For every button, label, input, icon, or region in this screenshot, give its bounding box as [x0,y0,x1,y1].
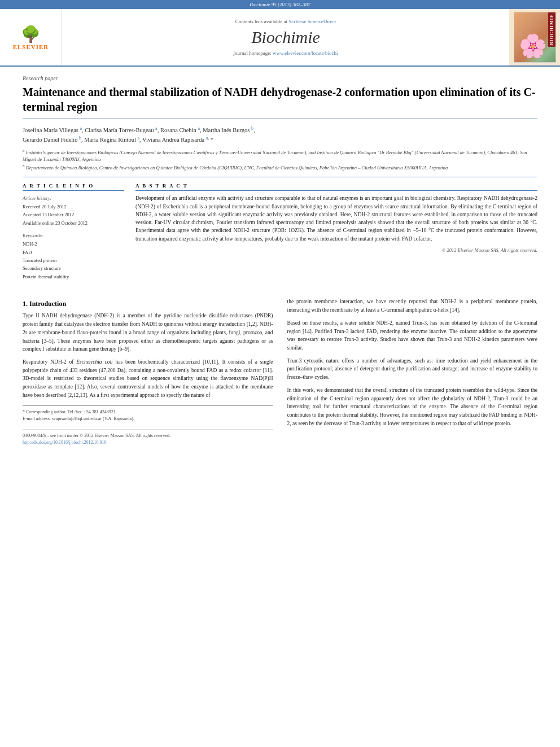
sciverse-text: Contents lists available at [235,19,288,24]
article-info-heading: A R T I C L E I N F O [23,183,124,191]
authors-text-2: Gerardo Daniel Fidelio b, María Regina R… [23,137,213,143]
homepage-link[interactable]: www.elsevier.com/locate/biochi [273,50,338,56]
article-type: Research paper [23,75,537,81]
elsevier-logo-area: 🌳 ELSEVIER [0,9,62,65]
section-label: Introduction [29,300,66,308]
keywords-section: Keywords: NDH-2 FAD Truncated protein Se… [23,233,124,281]
available-date: Available online 23 October 2012 [23,219,124,227]
introduction-title: 1. Introduction [23,300,273,308]
article-title: Maintenance and thermal stabilization of… [23,85,537,119]
intro-paragraph-2: Respiratory NDH-2 of Escherichia coli ha… [23,358,273,400]
article-info-column: A R T I C L E I N F O Article history: R… [23,183,124,281]
homepage-label: journal homepage: [234,50,273,56]
right-paragraph-1: the protein membrane interaction, we hav… [287,298,538,314]
right-paragraph-3: Trun-3 cytosolic nature offers a number … [287,357,538,382]
issn-text: 0300-9084/$ – see front matter © 2012 El… [23,433,273,439]
abstract-text: Development of an artificial enzyme with… [135,194,537,243]
authors: Josefina María Villegas a, Clarisa María… [23,125,537,145]
keyword-1: NDH-2 [23,240,124,248]
copyright: © 2012 Elsevier Masson SAS. All rights r… [135,247,537,253]
article-history: Article history: Received 20 July 2012 A… [23,194,124,227]
footnote-corresponding-text: * Corresponding author. Tel./fax: +54 38… [23,409,117,414]
right-paragraph-2: Based on these results, a water soluble … [287,319,538,352]
keyword-5: Protein thermal stability [23,273,124,281]
page-container: Biochimie 95 (2013) 382–387 🌳 ELSEVIER C… [0,0,560,446]
elsevier-tree-icon: 🌳 [21,25,41,43]
journal-cover-image: BIOCHIMIE 🌸 [514,12,556,63]
journal-title: Biochimie [251,28,320,47]
affiliation-b: b Departamento de Química Biológica, Cen… [23,163,537,172]
journal-cover-area: BIOCHIMIE 🌸 [509,9,560,65]
footnote-email-text: E-mail address: vrapisarda@fbqf.unt.edu.… [23,416,134,421]
sciverse-link: Contents lists available at SciVerse Sci… [235,19,336,24]
body-two-columns: 1. Introduction Type II NADH dehydrogena… [23,298,537,445]
keyword-3: Truncated protein [23,256,124,264]
keywords-label: Keywords: [23,233,124,238]
authors-text: Josefina María Villegas a, Clarisa María… [23,127,255,133]
doi-text: http://dx.doi.org/10.1016/j.biochi.2012.… [23,440,107,445]
footnote-email: E-mail address: vrapisarda@fbqf.unt.edu.… [23,416,273,422]
body-left-column: 1. Introduction Type II NADH dehydrogena… [23,298,273,445]
journal-citation: Biochimie 95 (2013) 382–387 [250,2,310,7]
body-content: 1. Introduction Type II NADH dehydrogena… [0,298,560,445]
body-right-column: the protein membrane interaction, we hav… [287,298,538,445]
cover-flower-icon: 🌸 [519,33,547,59]
keyword-2: FAD [23,248,124,256]
doi-link[interactable]: http://dx.doi.org/10.1016/j.biochi.2012.… [23,439,273,446]
history-label: Article history: [23,194,124,202]
intro-paragraph-1: Type II NADH dehydrogenase (NDH-2) is a … [23,312,273,353]
bottom-footnotes: 0300-9084/$ – see front matter © 2012 El… [23,429,273,446]
journal-homepage: journal homepage: www.elsevier.com/locat… [234,50,338,56]
abstract-heading: A B S T R A C T [135,183,537,191]
keyword-4: Secondary structure [23,264,124,272]
right-paragraph-4: In this work, we demonstrated that the o… [287,386,538,428]
journal-citation-bar: Biochimie 95 (2013) 382–387 [0,0,560,9]
accepted-date: Accepted 13 October 2012 [23,211,124,219]
section-number: 1. [23,300,28,308]
affiliation-a: a Instituto Superior de Investigaciones … [23,148,537,163]
journal-cover-text: BIOCHIMIE [548,12,555,47]
received-date: Received 20 July 2012 [23,203,124,211]
journal-header: 🌳 ELSEVIER Contents lists available at S… [0,9,560,67]
affiliations: a Instituto Superior de Investigaciones … [23,148,537,172]
keywords-list: NDH-2 FAD Truncated protein Secondary st… [23,240,124,281]
journal-info-center: Contents lists available at SciVerse Sci… [62,9,509,65]
abstract-column: A B S T R A C T Development of an artifi… [135,183,537,281]
article-info-abstract: A R T I C L E I N F O Article history: R… [23,177,537,281]
sciverse-science-direct-link[interactable]: SciVerse ScienceDirect [288,19,336,24]
article-content: Research paper Maintenance and thermal s… [0,67,560,289]
footnote-divider: * Corresponding author. Tel./fax: +54 38… [23,405,273,422]
footnote-corresponding: * Corresponding author. Tel./fax: +54 38… [23,409,273,416]
elsevier-label: ELSEVIER [13,43,49,50]
